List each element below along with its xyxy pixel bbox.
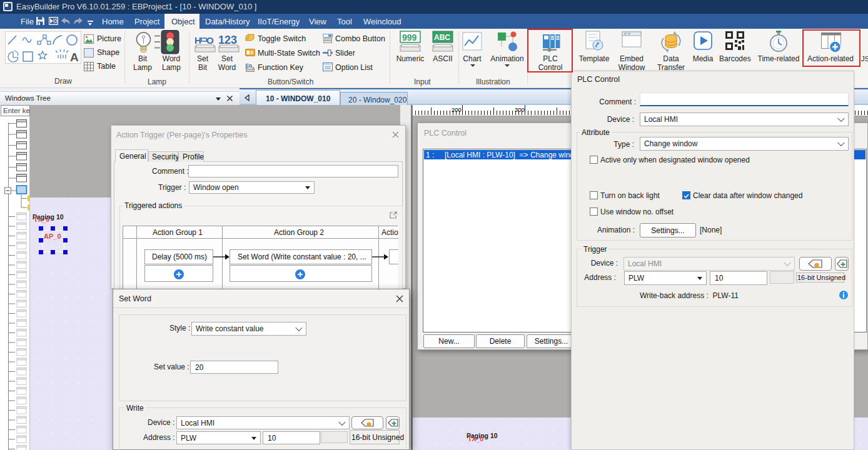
svg-text:123: 123: [218, 34, 237, 46]
svg-text:999: 999: [402, 32, 417, 42]
svg-text:O: O: [206, 35, 214, 46]
svg-text:H: H: [194, 35, 201, 46]
svg-text:ABC: ABC: [434, 33, 450, 42]
svg-text:A: A: [70, 51, 79, 64]
